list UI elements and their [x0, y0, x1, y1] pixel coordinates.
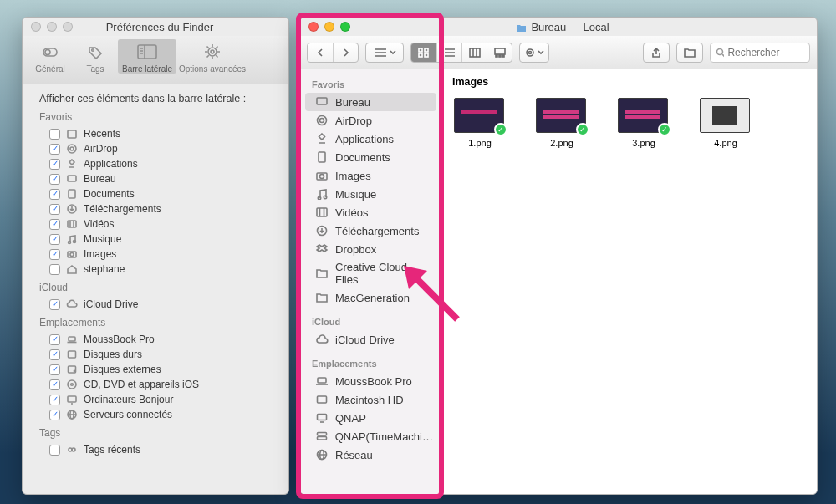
- group-button[interactable]: [366, 43, 403, 62]
- file-item[interactable]: 3.png: [618, 98, 670, 148]
- forward-button[interactable]: [333, 43, 358, 62]
- group-button-seg: [365, 43, 404, 63]
- pref-item-videos[interactable]: Vidéos: [34, 216, 277, 232]
- prefs-title: Préférences du Finder: [73, 21, 247, 33]
- tab-sidebar[interactable]: Barre latérale: [118, 39, 176, 74]
- back-button[interactable]: [308, 43, 333, 62]
- pref-item-downloads[interactable]: Téléchargements: [34, 201, 277, 216]
- share-button[interactable]: [644, 43, 669, 62]
- pref-item-images[interactable]: Images: [34, 247, 277, 262]
- download-icon: [66, 203, 78, 215]
- sidebar-item-videos[interactable]: Vidéos: [300, 203, 441, 221]
- sidebar-item-dropbox[interactable]: Dropbox: [300, 240, 441, 258]
- grid-icon: [418, 48, 430, 58]
- svg-point-36: [74, 370, 74, 371]
- sidebar-item-reseau[interactable]: Réseau: [300, 445, 441, 464]
- traffic-lights: [23, 22, 73, 32]
- svg-rect-60: [496, 55, 497, 57]
- laptop-icon: [66, 333, 78, 345]
- pref-item-cd[interactable]: CD, DVD et appareils iOS: [34, 377, 277, 392]
- sidebar-item-images[interactable]: Images: [300, 166, 441, 185]
- minimize-icon[interactable]: [47, 22, 57, 32]
- svg-line-15: [216, 55, 217, 57]
- svg-point-28: [69, 242, 71, 244]
- svg-point-29: [74, 241, 76, 243]
- pref-item-iclouddrive[interactable]: iCloud Drive: [34, 297, 277, 312]
- file-name: 1.png: [454, 138, 506, 148]
- sidebar-item-moussbook[interactable]: MoussBook Pro: [300, 372, 441, 390]
- external-disk-icon: [66, 364, 78, 375]
- tags-button-seg: [676, 43, 703, 63]
- pref-item-tagsrecent[interactable]: Tags récents: [34, 442, 277, 457]
- sidebar-item-bureau[interactable]: Bureau: [305, 93, 436, 111]
- pref-item-apps[interactable]: Applications: [34, 156, 277, 171]
- gear-icon: [203, 43, 222, 61]
- sidebar-item-downloads[interactable]: Téléchargements: [300, 221, 441, 240]
- svg-point-1: [45, 50, 50, 55]
- search-input[interactable]: [727, 47, 804, 59]
- file-name: 2.png: [536, 138, 588, 148]
- view-columns-button[interactable]: [461, 43, 487, 62]
- camera-icon: [316, 171, 328, 181]
- minimize-icon[interactable]: [324, 22, 334, 32]
- pref-item-bonjour[interactable]: Ordinateurs Bonjour: [34, 392, 277, 407]
- sync-badge-icon: [658, 123, 671, 136]
- pref-item-moussbook[interactable]: MoussBook Pro: [34, 332, 277, 347]
- pref-item-servers[interactable]: Serveurs connectés: [34, 407, 277, 422]
- sidebar-item-qnap[interactable]: QNAP: [300, 409, 441, 427]
- pref-item-music[interactable]: Musique: [34, 232, 277, 247]
- file-item[interactable]: 4.png: [700, 98, 752, 148]
- pref-item-user[interactable]: stephane: [34, 262, 277, 277]
- pref-item-disks[interactable]: Disques durs: [34, 347, 277, 362]
- tags-button[interactable]: [677, 43, 702, 62]
- pref-item-bureau[interactable]: Bureau: [34, 171, 277, 186]
- sidebar-item-apps[interactable]: Applications: [300, 130, 441, 148]
- zoom-icon[interactable]: [63, 22, 73, 32]
- view-gallery-button[interactable]: [487, 43, 512, 62]
- file-name: 4.png: [700, 138, 752, 148]
- apps-icon: [316, 133, 328, 145]
- tab-advanced[interactable]: Options avancées: [176, 39, 248, 74]
- tab-tags[interactable]: Tags: [73, 39, 118, 74]
- action-button[interactable]: [520, 43, 548, 62]
- file-item[interactable]: 2.png: [536, 98, 588, 148]
- close-icon[interactable]: [308, 22, 319, 32]
- titlebar[interactable]: Bureau — Local: [300, 18, 817, 36]
- svg-point-9: [211, 50, 214, 53]
- documents-icon: [66, 188, 78, 200]
- zoom-icon[interactable]: [340, 22, 350, 32]
- tab-general[interactable]: Général: [28, 39, 73, 74]
- home-icon: [66, 263, 78, 275]
- svg-rect-22: [68, 176, 76, 181]
- pref-item-documents[interactable]: Documents: [34, 186, 277, 201]
- file-item[interactable]: 1.png: [454, 98, 506, 148]
- svg-rect-3: [138, 45, 156, 59]
- sidebar-header-favoris: Favoris: [300, 76, 441, 93]
- path-header: Images: [442, 69, 817, 94]
- svg-rect-49: [419, 48, 422, 52]
- list-icon: [444, 48, 456, 58]
- sidebar-item-iclouddrive[interactable]: iCloud Drive: [300, 330, 441, 349]
- sidebar-item-qnaptm[interactable]: QNAP(TimeMachi…: [300, 427, 441, 445]
- view-list-button[interactable]: [436, 43, 461, 62]
- close-icon[interactable]: [31, 22, 41, 32]
- display-icon: [316, 413, 328, 423]
- sidebar-item-machd[interactable]: Macintosh HD: [300, 390, 441, 409]
- group-icloud: iCloud: [39, 282, 277, 293]
- sidebar-item-documents[interactable]: Documents: [300, 148, 441, 166]
- titlebar[interactable]: Préférences du Finder: [23, 18, 288, 36]
- view-icons-button[interactable]: [411, 43, 436, 62]
- svg-rect-18: [68, 130, 76, 138]
- search-field[interactable]: [710, 43, 810, 63]
- pref-item-ext[interactable]: Disques externes: [34, 362, 277, 377]
- search-icon: [716, 48, 724, 58]
- sidebar-item-airdrop[interactable]: AirDrop: [300, 111, 441, 130]
- pref-item-recents[interactable]: Récents: [34, 126, 277, 141]
- pref-item-airdrop[interactable]: AirDrop: [34, 141, 277, 156]
- switch-icon: [41, 43, 59, 61]
- cloud-icon: [315, 334, 329, 344]
- svg-point-74: [318, 196, 320, 199]
- svg-rect-34: [69, 351, 76, 358]
- nav-back-forward: [307, 43, 359, 63]
- sidebar-item-music[interactable]: Musique: [300, 185, 441, 203]
